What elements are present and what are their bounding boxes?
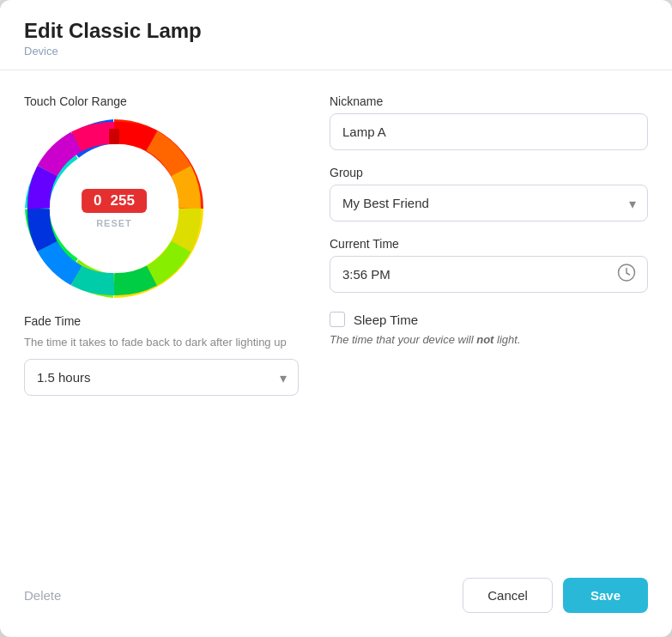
nickname-field-group: Nickname	[330, 94, 648, 150]
footer-actions: Cancel Save	[463, 578, 648, 613]
wheel-min-value: 0	[94, 192, 101, 209]
fade-time-label: Fade Time	[24, 314, 299, 328]
current-time-label: Current Time	[330, 237, 648, 251]
fade-time-section: Fade Time The time it takes to fade back…	[24, 314, 299, 396]
wheel-values: 0 255	[82, 189, 147, 213]
nickname-input[interactable]	[330, 113, 648, 150]
sleep-time-row: Sleep Time	[330, 312, 648, 327]
cancel-button[interactable]: Cancel	[463, 578, 553, 613]
sleep-time-desc: The time that your device will not light…	[330, 332, 648, 348]
save-button[interactable]: Save	[563, 578, 648, 613]
current-time-input[interactable]	[330, 256, 648, 293]
wheel-max-value: 255	[111, 192, 135, 209]
right-column: Nickname Group My Best Friend Living Roo…	[330, 94, 648, 554]
delete-button[interactable]: Delete	[24, 581, 61, 610]
sleep-desc-part1: The time that your device will	[330, 333, 476, 346]
edit-dialog: Edit Classic Lamp Device Touch Color Ran…	[0, 0, 672, 637]
dialog-header: Edit Classic Lamp Device	[0, 0, 672, 70]
group-label: Group	[330, 166, 648, 179]
group-select-wrapper: My Best Friend Living Room Bedroom Offic…	[330, 185, 648, 221]
left-column: Touch Color Range	[24, 94, 299, 554]
sleep-time-label: Sleep Time	[354, 312, 418, 327]
dialog-subtitle: Device	[24, 45, 648, 58]
color-range-section: Touch Color Range	[24, 94, 299, 299]
group-field-group: Group My Best Friend Living Room Bedroom…	[330, 166, 648, 221]
current-time-field-group: Current Time	[330, 237, 648, 293]
dialog-body: Touch Color Range	[0, 70, 672, 554]
sleep-desc-not: not	[476, 333, 493, 346]
dialog-footer: Delete Cancel Save	[0, 554, 672, 637]
fade-time-desc: The time it takes to fade back to dark a…	[24, 335, 299, 350]
wheel-center: 0 255 RESET	[82, 189, 147, 228]
color-wheel-wrap[interactable]: 0 255 RESET	[24, 118, 204, 299]
dialog-title: Edit Classic Lamp	[24, 19, 648, 43]
fade-time-select[interactable]: 0.5 hours 1 hour 1.5 hours 2 hours 3 hou…	[24, 359, 299, 396]
svg-rect-1	[109, 129, 119, 144]
group-select[interactable]: My Best Friend Living Room Bedroom Offic…	[330, 185, 648, 221]
fade-time-select-wrapper: 0.5 hours 1 hour 1.5 hours 2 hours 3 hou…	[24, 359, 299, 396]
sleep-desc-part2: light.	[493, 333, 520, 346]
sleep-time-section: Sleep Time The time that your device wil…	[330, 308, 648, 348]
wheel-reset-button[interactable]: RESET	[96, 218, 132, 228]
color-range-label: Touch Color Range	[24, 94, 127, 108]
nickname-label: Nickname	[330, 94, 648, 108]
sleep-time-checkbox[interactable]	[330, 312, 345, 327]
time-input-wrapper	[330, 256, 648, 293]
